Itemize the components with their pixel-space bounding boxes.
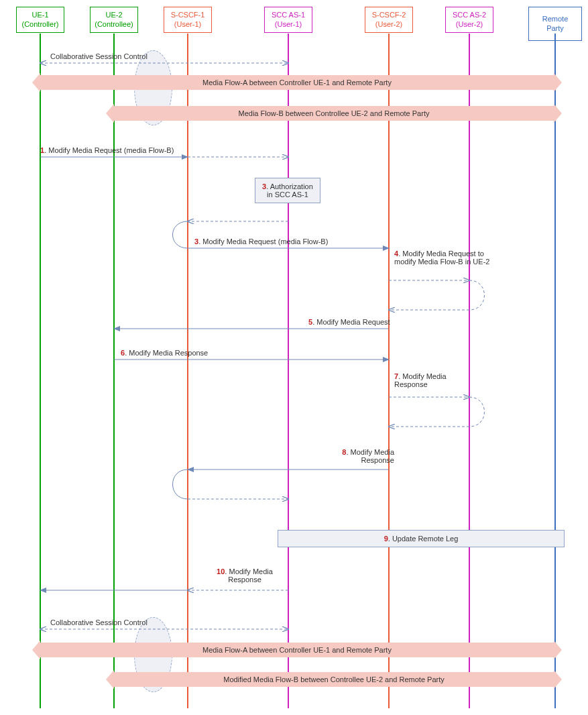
lifeline-ue2 [113, 34, 115, 708]
step1-text: . Modify Media Request (media Flow-B) [44, 146, 174, 154]
actor-sccas1-title: SCC AS-1 [269, 10, 308, 19]
step9-box: 9. Update Remote Leg [278, 530, 565, 547]
actor-sccas2: SCC AS-2 (User-2) [445, 7, 493, 33]
lifeline-ue1 [40, 34, 41, 708]
actor-scscf1-title: S-CSCF-1 [168, 10, 207, 19]
actor-scscf2-sub: (User-2) [369, 19, 408, 29]
actor-ue1: UE-1 (Controller) [16, 7, 64, 33]
lifeline-scscf1 [187, 34, 188, 708]
flow-media-b: Media Flow-B between Controllee UE-2 and… [114, 106, 554, 121]
actor-scscf2-title: S-CSCF-2 [369, 10, 408, 19]
flow-media-b2: Modified Media Flow-B between Controllee… [114, 672, 554, 687]
step5-label: 5. Modify Media Request [308, 318, 390, 326]
step7-text: . Modify Media Response [394, 372, 447, 388]
lifeline-scscf2 [388, 34, 390, 708]
step4-label: 4. Modify Media Request to modify Media … [394, 250, 495, 266]
step1-label: 1. Modify Media Request (media Flow-B) [40, 146, 174, 154]
step3-label: 3. Modify Media Request (media Flow-B) [194, 237, 328, 245]
actor-ue1-title: UE-1 [21, 10, 60, 19]
actor-ue1-sub: (Controller) [21, 19, 60, 29]
step6-label: 6. Modify Media Response [121, 349, 208, 357]
step7-label: 7. Modify Media Response [394, 372, 461, 388]
actor-sccas2-sub: (User-2) [450, 19, 489, 29]
step9-text: . Update Remote Leg [388, 535, 459, 543]
flow-media-a-label: Media Flow-A between Controller UE-1 and… [202, 78, 392, 87]
step10-num: 10 [217, 567, 225, 575]
actor-sccas2-title: SCC AS-2 [450, 10, 489, 19]
actor-scscf2: S-CSCF-2 (User-2) [365, 7, 413, 33]
actor-ue2-title: UE-2 [95, 10, 133, 19]
lifeline-sccas2 [469, 34, 470, 708]
step3-text: . Modify Media Request (media Flow-B) [198, 237, 328, 245]
step4-text: . Modify Media Request to modify Media F… [394, 250, 489, 266]
flow-media-a2: Media Flow-A between Controller UE-1 and… [40, 643, 554, 657]
actor-scscf1-sub: (User-1) [168, 19, 207, 29]
actor-remote-title: Remote Party [533, 14, 577, 34]
step2-box: 3. Authorizationin SCC AS-1 [255, 178, 320, 203]
step10-text: . Modify Media Response [225, 567, 273, 584]
flow-media-a2-label: Media Flow-A between Controller UE-1 and… [202, 646, 392, 654]
step8-text: . Modify Media Response [346, 448, 394, 464]
actor-scscf1: S-CSCF-1 (User-1) [164, 7, 212, 33]
flow-media-a: Media Flow-A between Controller UE-1 and… [40, 75, 554, 90]
actor-sccas1: SCC AS-1 (User-1) [264, 7, 312, 33]
actor-ue2: UE-2 (Controllee) [90, 7, 138, 33]
label-csc-top: Collaborative Session Control [50, 52, 148, 60]
step2-text: . Authorizationin SCC AS-1 [266, 182, 313, 199]
actor-sccas1-sub: (User-1) [269, 19, 308, 29]
label-csc-bottom: Collaborative Session Control [50, 618, 148, 626]
actor-ue2-sub: (Controllee) [95, 19, 133, 29]
step8-label: 8. Modify Media Response [327, 448, 394, 464]
step5-text: . Modify Media Request [312, 318, 390, 326]
flow-media-b2-label: Modified Media Flow-B between Controllee… [223, 675, 445, 683]
lifeline-sccas1 [288, 34, 289, 708]
lifeline-remote [554, 34, 556, 708]
flow-media-b-label: Media Flow-B between Controllee UE-2 and… [239, 109, 430, 117]
step10-label: 10. Modify Media Response [211, 567, 278, 584]
step6-text: . Modify Media Response [125, 349, 208, 357]
sequence-diagram: UE-1 (Controller) UE-2 (Controllee) S-CS… [0, 0, 588, 715]
